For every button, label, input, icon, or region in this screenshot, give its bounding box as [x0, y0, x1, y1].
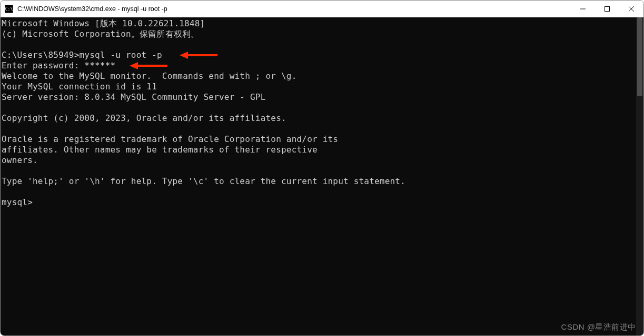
scrollbar-vertical[interactable]: [636, 17, 643, 335]
close-icon: [629, 6, 634, 12]
cmd-window: C:\ C:\WINDOWS\system32\cmd.exe - mysql …: [0, 0, 644, 336]
watermark: CSDN @星浩前进中: [561, 322, 636, 332]
close-button[interactable]: [619, 1, 643, 17]
terminal-output[interactable]: Microsoft Windows [版本 10.0.22621.1848] (…: [1, 17, 636, 335]
cmd-icon: C:\: [5, 5, 13, 13]
maximize-icon: [605, 6, 610, 12]
scrollbar-thumb[interactable]: [637, 17, 642, 96]
titlebar[interactable]: C:\ C:\WINDOWS\system32\cmd.exe - mysql …: [1, 1, 643, 17]
terminal-area[interactable]: Microsoft Windows [版本 10.0.22621.1848] (…: [1, 17, 643, 335]
maximize-button[interactable]: [595, 1, 619, 17]
minimize-button[interactable]: [571, 1, 595, 17]
window-title: C:\WINDOWS\system32\cmd.exe - mysql -u r…: [17, 5, 167, 13]
svg-rect-1: [605, 7, 610, 12]
minimize-icon: [580, 6, 586, 12]
